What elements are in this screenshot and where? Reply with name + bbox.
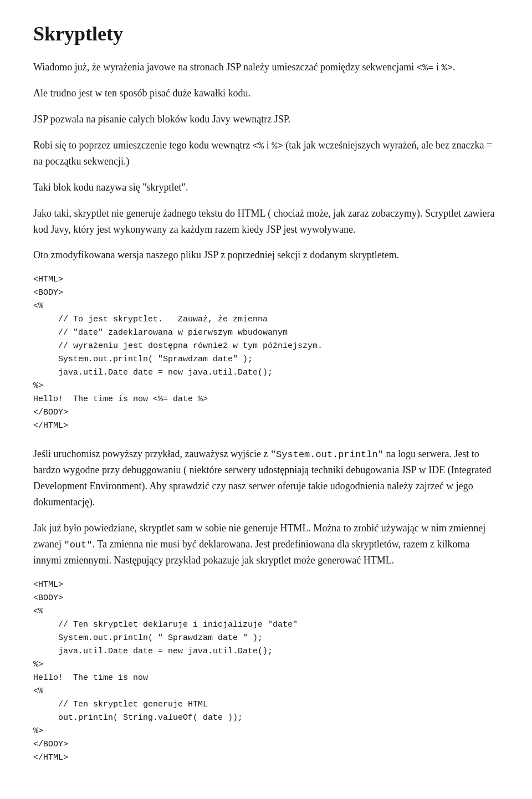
- paragraph-8: Oto zmodyfikowana wersja naszego pliku J…: [33, 247, 499, 263]
- paragraph-4: Robi się to poprzez umieszczenie tego ko…: [33, 137, 499, 170]
- code-inline-4: %>: [272, 141, 283, 151]
- code-inline-1: <%=: [417, 63, 434, 73]
- code-inline-2: %>: [441, 63, 452, 73]
- code-block-2: <HTML> <BODY> <% // Ten skryptlet deklar…: [33, 578, 499, 765]
- code-block-1: <HTML> <BODY> <% // To jest skryptlet. Z…: [33, 273, 499, 433]
- paragraph-6-7: Jako taki, skryptlet nie generuje żadneg…: [33, 206, 499, 238]
- paragraph-2: Ale trudno jest w ten sposób pisać duże …: [33, 85, 499, 101]
- paragraph-9: Jeśli uruchomisz powyższy przykład, zauw…: [33, 446, 499, 510]
- code-inline-3: <%: [253, 141, 264, 151]
- paragraph-3: JSP pozwala na pisanie całych bloków kod…: [33, 111, 499, 127]
- paragraph-1: Wiadomo już, że wyrażenia javowe na stro…: [33, 59, 499, 75]
- paragraph-10: Jak już było powiedziane, skryptlet sam …: [33, 520, 499, 568]
- page-title: Skryptlety: [33, 22, 499, 46]
- code-inline-6: "out": [64, 540, 92, 550]
- code-inline-5: "System.out.println": [270, 449, 383, 460]
- paragraph-5: Taki blok kodu nazywa się "skryptlet".: [33, 180, 499, 196]
